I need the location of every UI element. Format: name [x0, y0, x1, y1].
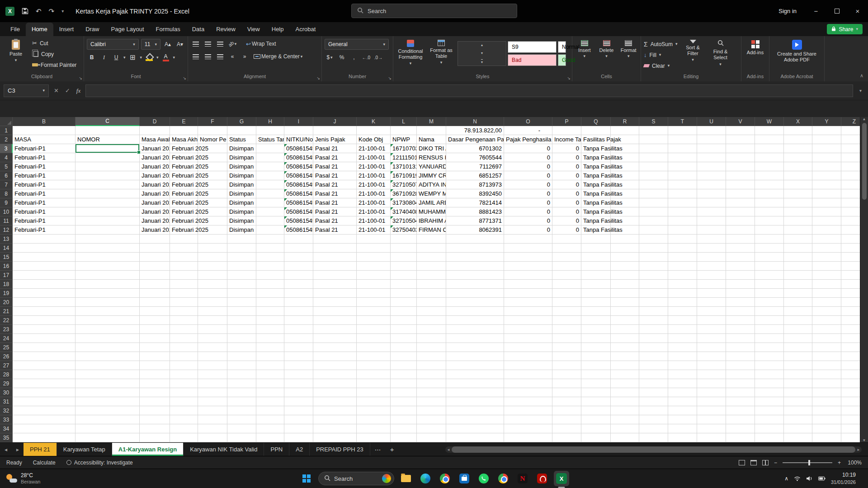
cell-F35[interactable]: [198, 433, 227, 442]
cell-P15[interactable]: [552, 253, 581, 262]
dialog-launcher-icon[interactable]: ↘: [183, 76, 186, 80]
cell-L14[interactable]: [391, 244, 417, 253]
tab-acrobat[interactable]: Acrobat: [290, 23, 322, 36]
cell-H2[interactable]: Status Tan: [256, 135, 284, 144]
taskbar-icon-whatsapp[interactable]: [476, 471, 491, 486]
cell-P13[interactable]: [552, 235, 581, 244]
cell-Y29[interactable]: [812, 379, 841, 388]
cell-E3[interactable]: Februari 2025: [170, 144, 198, 153]
scroll-left-icon[interactable]: ◄: [445, 448, 452, 452]
cell-Y25[interactable]: [812, 343, 841, 352]
cell-Y18[interactable]: [812, 280, 841, 289]
cell-L11[interactable]: 327105040: [391, 216, 417, 225]
cell-G11[interactable]: Disimpan: [227, 216, 256, 225]
align-left-button[interactable]: [191, 52, 201, 61]
cell-L2[interactable]: NPWP: [391, 135, 417, 144]
cell-V32[interactable]: [726, 406, 755, 415]
cell-V16[interactable]: [726, 262, 755, 271]
cell-F23[interactable]: [198, 325, 227, 334]
cell-G29[interactable]: [227, 379, 256, 388]
cell-J21[interactable]: [313, 307, 357, 316]
cell-P31[interactable]: [552, 397, 581, 406]
cell-O19[interactable]: [504, 289, 552, 298]
cell-X32[interactable]: [784, 406, 812, 415]
cell-U26[interactable]: [697, 352, 726, 361]
gallery-more-icon[interactable]: ▾: [481, 59, 483, 64]
cell-S35[interactable]: [639, 433, 668, 442]
column-header-I[interactable]: I: [284, 117, 313, 126]
cell-M25[interactable]: [417, 343, 446, 352]
cell-V23[interactable]: [726, 325, 755, 334]
cell-K7[interactable]: 21-100-01: [357, 180, 391, 189]
cell-L25[interactable]: [391, 343, 417, 352]
tab-file[interactable]: File: [5, 23, 26, 36]
cell-P30[interactable]: [552, 388, 581, 397]
cell-I10[interactable]: 050861545: [284, 207, 313, 216]
cell-I32[interactable]: [284, 406, 313, 415]
cell-L32[interactable]: [391, 406, 417, 415]
cell-M6[interactable]: JIMMY CRI: [417, 171, 446, 180]
cell-Z29[interactable]: [841, 379, 860, 388]
cell-Y32[interactable]: [812, 406, 841, 415]
cell-M14[interactable]: [417, 244, 446, 253]
cell-X33[interactable]: [784, 415, 812, 424]
cell-T6[interactable]: [668, 171, 697, 180]
cell-Q27[interactable]: [581, 361, 611, 370]
cell-W3[interactable]: [755, 144, 784, 153]
column-header-E[interactable]: E: [170, 117, 198, 126]
cell-Y13[interactable]: [812, 235, 841, 244]
cell-E15[interactable]: [170, 253, 198, 262]
cell-L21[interactable]: [391, 307, 417, 316]
cell-D6[interactable]: Januari 2025: [140, 171, 170, 180]
cell-Z4[interactable]: [841, 153, 860, 162]
cell-B10[interactable]: Februari-P1: [13, 207, 75, 216]
cell-S10[interactable]: [639, 207, 668, 216]
cell-N25[interactable]: [446, 343, 504, 352]
cell-D5[interactable]: Januari 2025: [140, 162, 170, 171]
column-header-Q[interactable]: Q: [581, 117, 611, 126]
cell-H11[interactable]: [256, 216, 284, 225]
cell-W22[interactable]: [755, 316, 784, 325]
cell-B31[interactable]: [13, 397, 75, 406]
cell-Z5[interactable]: [841, 162, 860, 171]
cell-L16[interactable]: [391, 262, 417, 271]
cell-U6[interactable]: [697, 171, 726, 180]
cell-X5[interactable]: [784, 162, 812, 171]
cell-N17[interactable]: [446, 271, 504, 280]
cell-G3[interactable]: Disimpan: [227, 144, 256, 153]
cell-K27[interactable]: [357, 361, 391, 370]
cell-Y20[interactable]: [812, 298, 841, 307]
cell-Y9[interactable]: [812, 198, 841, 207]
row-header-18[interactable]: 18: [0, 280, 13, 289]
cell-T32[interactable]: [668, 406, 697, 415]
cell-J6[interactable]: Pasal 21: [313, 171, 357, 180]
cell-P9[interactable]: 0: [552, 198, 581, 207]
cell-X35[interactable]: [784, 433, 812, 442]
cell-J24[interactable]: [313, 334, 357, 343]
cell-G5[interactable]: Disimpan: [227, 162, 256, 171]
cell-R1[interactable]: [611, 126, 639, 135]
cell-K23[interactable]: [357, 325, 391, 334]
cell-N22[interactable]: [446, 316, 504, 325]
cell-J7[interactable]: Pasal 21: [313, 180, 357, 189]
column-header-V[interactable]: V: [726, 117, 755, 126]
cell-H20[interactable]: [256, 298, 284, 307]
cell-L34[interactable]: [391, 424, 417, 433]
cell-R29[interactable]: [611, 379, 639, 388]
cell-N16[interactable]: [446, 262, 504, 271]
cell-B4[interactable]: Februari-P1: [13, 153, 75, 162]
cell-E29[interactable]: [170, 379, 198, 388]
cell-T23[interactable]: [668, 325, 697, 334]
cell-G12[interactable]: Disimpan: [227, 225, 256, 235]
cell-L33[interactable]: [391, 415, 417, 424]
align-bottom-button[interactable]: [215, 39, 225, 49]
clear-button[interactable]: Clear▾: [644, 61, 678, 70]
save-button[interactable]: [22, 8, 28, 14]
cell-D9[interactable]: Januari 2025: [140, 198, 170, 207]
cell-U10[interactable]: [697, 207, 726, 216]
column-header-C[interactable]: C: [75, 117, 140, 126]
sheet-tab-karyawan-nik-tidak-valid[interactable]: Karyawan NIK Tidak Valid: [184, 443, 264, 456]
cell-T33[interactable]: [668, 415, 697, 424]
cell-F1[interactable]: [198, 126, 227, 135]
cell-Z28[interactable]: [841, 370, 860, 379]
